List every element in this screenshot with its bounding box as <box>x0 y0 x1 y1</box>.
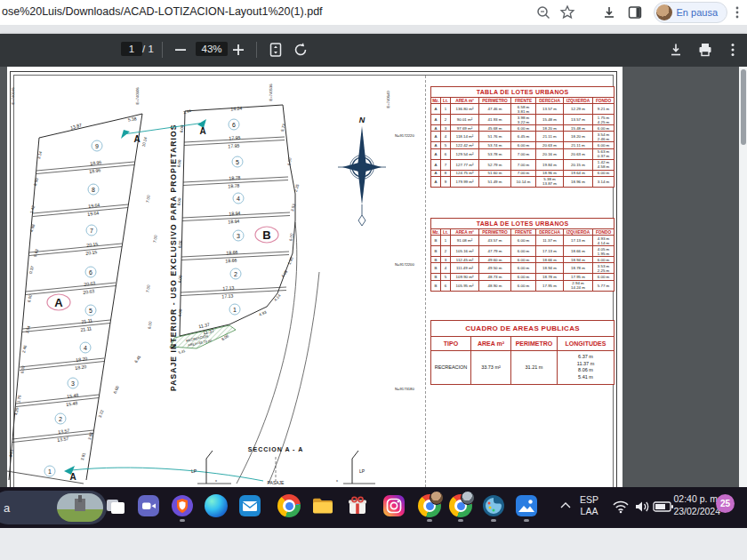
lot-number: 5 <box>89 308 92 314</box>
road-curves <box>237 222 319 484</box>
rotate-button[interactable] <box>292 41 309 59</box>
clock-time: 02:40 p. m. <box>665 493 720 506</box>
dim-label: 6.00 <box>177 197 182 206</box>
pdf-menu-button[interactable] <box>724 41 742 59</box>
lot-number: 1 <box>48 468 52 475</box>
dim-label: 20.63 <box>84 280 96 287</box>
instagram-icon[interactable] <box>382 494 406 517</box>
pdf-download-button[interactable] <box>667 41 685 59</box>
table-lotes-a: TABLA DE LOTES URBANOS Mz.Lt.AREA m²PERI… <box>430 86 614 188</box>
avatar <box>656 4 672 20</box>
dim-label: 17.13 <box>222 285 234 292</box>
table-row: A8124.75 m²51.60 m7.00 m18.96 m19.64 m6.… <box>431 170 614 176</box>
lot-number: 7 <box>90 228 93 234</box>
dim-label: 18.78 <box>228 183 239 189</box>
fit-page-button[interactable] <box>267 41 285 59</box>
dim-label: E=740536 <box>269 84 273 101</box>
language-line2: LAA <box>580 506 598 517</box>
dim-label: A <box>69 472 76 482</box>
edge-icon[interactable] <box>205 494 228 517</box>
print-button[interactable] <box>696 41 714 59</box>
dim-label: N=9172220 <box>395 133 414 138</box>
table-row: A4118.14 m²51.76 m6.45 m21.11 m18.20 m3.… <box>431 132 614 142</box>
zoom-icon[interactable] <box>535 4 551 20</box>
language-indicator[interactable]: ESP LAA <box>580 494 598 517</box>
dim-label: 18.66 <box>226 250 237 256</box>
dim-label: N=9172200 <box>395 262 414 267</box>
pdf-page: RECREACION AREA=33.73 m² PASAJE INTERIOR… <box>7 67 622 487</box>
mail-icon[interactable] <box>238 494 261 517</box>
dim-label: 10.14 <box>141 136 148 148</box>
zoom-out-button[interactable] <box>172 41 189 59</box>
notification-badge[interactable]: 25 <box>716 494 735 513</box>
bookmark-star-icon[interactable] <box>559 4 575 20</box>
photos-icon[interactable] <box>515 494 538 517</box>
dim-label: 20.63 <box>83 288 95 295</box>
dim-label: 17.95 <box>228 143 239 149</box>
dim-label: 2.46 <box>21 344 28 353</box>
table-row: B5109.90 m²48.73 m6.00 m18.78 m17.95 m6.… <box>431 274 614 280</box>
pdf-viewer: RECREACION AREA=33.73 m² PASAJE INTERIOR… <box>0 67 747 487</box>
zoom-in-button[interactable] <box>229 41 247 59</box>
profile-chip[interactable]: En pausa <box>654 2 727 23</box>
lot-number: 6 <box>232 122 236 128</box>
table-row: A5122.42 m²53.74 m6.00 m20.63 m21.11 m6.… <box>431 142 614 148</box>
profile-chip-label: En pausa <box>677 7 718 18</box>
widgets-weather-icon[interactable] <box>57 493 103 522</box>
lot-number: 8 <box>92 187 95 193</box>
side-panel-icon[interactable] <box>627 4 643 20</box>
dim-label: 18.66 <box>225 258 237 264</box>
wifi-icon[interactable] <box>612 500 630 514</box>
block-label: A <box>54 296 63 309</box>
zoom-level[interactable]: 43% <box>196 42 228 56</box>
browser-menu-icon[interactable] <box>729 4 745 20</box>
dim-label: 13.57 <box>58 428 70 435</box>
page-input[interactable]: 1 <box>121 42 142 56</box>
dim-label: 20.15 <box>86 241 99 248</box>
taskbar-clock[interactable]: 02:40 p. m. 23/02/2024 <box>665 493 720 517</box>
download-icon[interactable] <box>601 4 617 20</box>
gift-app-icon[interactable] <box>346 494 369 517</box>
shield-browser-icon[interactable] <box>171 494 194 517</box>
taskbar-search[interactable]: a <box>0 491 107 524</box>
table-row: A397.69 m²45.68 m6.00 m18.20 m15.48 m6.0… <box>431 125 614 132</box>
chat-icon[interactable] <box>137 494 160 517</box>
address-url[interactable]: ose%20Luis/Downloads/ACAD-LOTIZACION-Lay… <box>2 5 323 18</box>
file-explorer-icon[interactable] <box>311 494 334 517</box>
language-line1: ESP <box>580 494 598 506</box>
dim-label: 20.15 <box>85 249 98 256</box>
browser-address-bar[interactable]: ose%20Luis/Downloads/ACAD-LOTIZACION-Lay… <box>0 0 747 25</box>
dim-label: 3.22 <box>98 409 105 418</box>
volume-icon[interactable] <box>633 499 651 515</box>
lot-number: 2 <box>59 416 62 422</box>
dim-label: 4.14 <box>273 293 282 302</box>
dim-label: 5.38 <box>127 116 137 123</box>
lot-number: 6 <box>89 269 92 276</box>
chrome-profile-2-icon[interactable] <box>449 494 472 517</box>
dim-label: 15.48 <box>66 400 78 407</box>
table-b-header-row: Mz.Lt.AREA m²PERIMETROFRENTEDERECHAIZQUI… <box>431 229 614 236</box>
chrome-profile-1-icon[interactable] <box>418 494 441 517</box>
scrollbar[interactable] <box>739 67 747 487</box>
dim-label: 2.25 <box>293 183 301 192</box>
task-view-icon[interactable] <box>104 494 127 517</box>
lot-number: 4 <box>84 345 87 351</box>
tray-chevron-icon[interactable] <box>558 500 573 510</box>
lot-number: 4 <box>237 196 240 202</box>
dim-label: 6.00 <box>180 124 185 133</box>
search-text: a <box>4 501 10 515</box>
dim-label: 2.94 <box>183 108 192 115</box>
dim-label: 18.96 <box>89 167 101 174</box>
dim-label: 9.21 <box>8 449 13 458</box>
scrollbar-thumb[interactable] <box>741 69 746 145</box>
dim-label: 5.41 <box>178 348 187 356</box>
north-label: N <box>359 116 365 124</box>
table-publicas-header-row: TIPOAREA m²PERIMETROLONGITUDES <box>431 337 614 351</box>
table-row: RECREACION33.73 m²31.21 m6.37 m 11.37 m … <box>431 351 614 385</box>
table-publicas-title: CUADRO DE AREAS PUBLICAS <box>431 321 614 337</box>
dim-label: 18.20 <box>76 356 88 363</box>
chrome-icon[interactable] <box>277 494 301 517</box>
dim-label: 3.54 <box>25 324 31 333</box>
paint-icon[interactable] <box>482 494 505 517</box>
dim-label: 6.00 <box>178 308 183 317</box>
